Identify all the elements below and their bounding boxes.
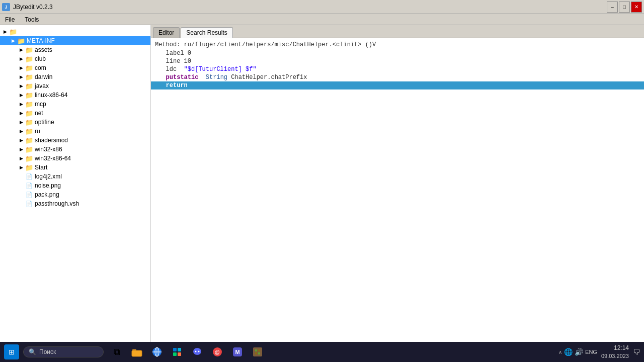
tree-root-item[interactable]: ▶ 📁: [0, 27, 150, 36]
code-line-2: line 10: [151, 57, 644, 65]
meta-inf-arrow-icon: ▶: [9, 37, 17, 45]
method-header: Method: ru/fluger/client/helpers/misc/Ch…: [151, 40, 644, 49]
svg-text:M: M: [235, 349, 239, 355]
taskbar-app-minecraft[interactable]: [249, 343, 267, 361]
sidebar-item-darwin[interactable]: ▶ 📁 darwin: [0, 72, 150, 81]
close-button[interactable]: ✕: [631, 2, 642, 13]
sidebar-item-com[interactable]: ▶ 📁 com: [0, 63, 150, 72]
optifine-folder-icon: 📁: [25, 118, 33, 126]
start-folder-icon: 📁: [25, 163, 33, 171]
sidebar-item-passthrough-vsh[interactable]: ▶ 📄 passthrough.vsh: [0, 199, 150, 208]
log4j2-file-icon: 📄: [25, 172, 33, 180]
tree-root: ▶ 📁 ▶ 📁 META-INF ▶ 📁 assets ▶ 📁 club: [0, 25, 150, 210]
taskbar-apps: ⧉ @ M: [108, 343, 267, 361]
taskbar-app-taskview[interactable]: ⧉: [108, 343, 126, 361]
club-label: club: [35, 55, 46, 62]
passthrough-label: passthrough.vsh: [35, 200, 79, 207]
win32-x86-label: win32-x86: [35, 146, 62, 153]
menu-tools[interactable]: Tools: [22, 15, 42, 24]
sidebar-item-start[interactable]: ▶ 📁 Start: [0, 163, 150, 172]
volume-icon[interactable]: 🔊: [575, 348, 583, 356]
meta-inf-folder-icon: 📁: [17, 37, 25, 45]
win32-x86-64-folder-icon: 📁: [25, 154, 33, 162]
win32-x86-64-label: win32-x86-64: [35, 155, 71, 162]
clock-time: 12:14: [601, 344, 629, 352]
code-line-4: putstatic String ChatHelper.chatPrefix: [151, 73, 644, 81]
start-icon: ⊞: [9, 348, 15, 356]
editor-content[interactable]: Method: ru/fluger/client/helpers/misc/Ch…: [151, 38, 644, 342]
tab-bar: Editor Search Results: [151, 25, 644, 38]
titlebar: J JBytedit v0.2.3 – □ ✕: [0, 0, 644, 14]
taskbar-app-browser1[interactable]: [148, 343, 166, 361]
noise-file-icon: 📄: [25, 182, 33, 190]
sidebar-item-optifine[interactable]: ▶ 📁 optifine: [0, 118, 150, 127]
sidebar-item-javax[interactable]: ▶ 📁 javax: [0, 81, 150, 90]
darwin-label: darwin: [35, 73, 52, 80]
sidebar-item-linux-x86-64[interactable]: ▶ 📁 linux-x86-64: [0, 90, 150, 100]
tab-editor[interactable]: Editor: [153, 27, 180, 38]
mcp-folder-icon: 📁: [25, 100, 33, 108]
darwin-arrow-icon: ▶: [17, 73, 25, 81]
minimize-button[interactable]: –: [607, 2, 618, 13]
search-label: Поиск: [39, 348, 56, 355]
linux-label: linux-x86-64: [35, 92, 67, 99]
app-title: JBytedit v0.2.3: [13, 4, 53, 11]
taskbar-search[interactable]: 🔍 Поиск: [23, 346, 104, 357]
linux-arrow-icon: ▶: [17, 91, 25, 99]
ru-label: ru: [35, 128, 40, 135]
main-layout: ▶ 📁 ▶ 📁 META-INF ▶ 📁 assets ▶ 📁 club: [0, 25, 644, 342]
assets-folder-icon: 📁: [25, 46, 33, 54]
menu-file[interactable]: File: [2, 15, 18, 24]
javax-folder-icon: 📁: [25, 82, 33, 90]
content-area: Editor Search Results Method: ru/fluger/…: [151, 25, 644, 342]
mcp-label: mcp: [35, 101, 46, 108]
sidebar-item-assets[interactable]: ▶ 📁 assets: [0, 45, 150, 54]
ru-arrow-icon: ▶: [17, 127, 25, 135]
lang-label[interactable]: ENG: [585, 349, 597, 355]
sidebar-item-win32-x86-64[interactable]: ▶ 📁 win32-x86-64: [0, 154, 150, 163]
svg-rect-19: [255, 349, 257, 351]
taskbar-app-fileexplorer[interactable]: [128, 343, 146, 361]
sidebar-item-net[interactable]: ▶ 📁 net: [0, 109, 150, 118]
taskbar: ⊞ 🔍 Поиск ⧉ @ M: [0, 342, 644, 362]
start-button[interactable]: ⊞: [4, 344, 19, 359]
ru-folder-icon: 📁: [25, 127, 33, 135]
chevron-icon[interactable]: ∧: [558, 349, 562, 355]
sidebar-item-win32-x86[interactable]: ▶ 📁 win32-x86: [0, 145, 150, 154]
maximize-button[interactable]: □: [619, 2, 630, 13]
javax-label: javax: [35, 82, 49, 89]
svg-point-13: [198, 351, 200, 352]
menubar: File Tools: [0, 14, 644, 25]
com-arrow-icon: ▶: [17, 64, 25, 72]
notification-icon[interactable]: 🗨: [633, 348, 640, 356]
clock[interactable]: 12:14 09.03.2023: [601, 344, 629, 360]
sidebar-item-log4j2-xml[interactable]: ▶ 📄 log4j2.xml: [0, 172, 150, 181]
taskbar-app-store[interactable]: [168, 343, 186, 361]
taskbar-app-app7[interactable]: M: [228, 343, 247, 361]
sidebar-item-pack-png[interactable]: ▶ 📄 pack.png: [0, 190, 150, 199]
net-label: net: [35, 110, 43, 117]
taskbar-app-app6[interactable]: @: [208, 343, 226, 361]
shadersmod-folder-icon: 📁: [25, 136, 33, 144]
network-icon[interactable]: 🌐: [564, 348, 573, 356]
sidebar-item-club[interactable]: ▶ 📁 club: [0, 54, 150, 63]
sidebar-item-meta-inf[interactable]: ▶ 📁 META-INF: [0, 36, 150, 45]
svg-rect-22: [258, 352, 260, 354]
sidebar-item-shadersmod[interactable]: ▶ 📁 shadersmod: [0, 136, 150, 145]
win32-x86-64-arrow-icon: ▶: [17, 154, 25, 162]
taskbar-app-discord[interactable]: [188, 343, 206, 361]
sidebar-item-noise-png[interactable]: ▶ 📄 noise.png: [0, 181, 150, 190]
optifine-label: optifine: [35, 119, 54, 126]
start-label: Start: [35, 164, 47, 171]
clock-date: 09.03.2023: [601, 352, 629, 360]
taskbar-left: ⊞ 🔍 Поиск ⧉ @ M: [4, 343, 267, 361]
shadersmod-label: shadersmod: [35, 137, 68, 144]
sidebar-item-ru[interactable]: ▶ 📁 ru: [0, 127, 150, 136]
javax-arrow-icon: ▶: [17, 82, 25, 90]
tab-search-results[interactable]: Search Results: [181, 27, 232, 38]
root-arrow-icon: ▶: [1, 28, 9, 36]
sidebar-item-mcp[interactable]: ▶ 📁 mcp: [0, 100, 150, 109]
keyword-return: return: [166, 82, 188, 89]
svg-rect-1: [132, 350, 142, 356]
search-icon: 🔍: [29, 348, 36, 355]
